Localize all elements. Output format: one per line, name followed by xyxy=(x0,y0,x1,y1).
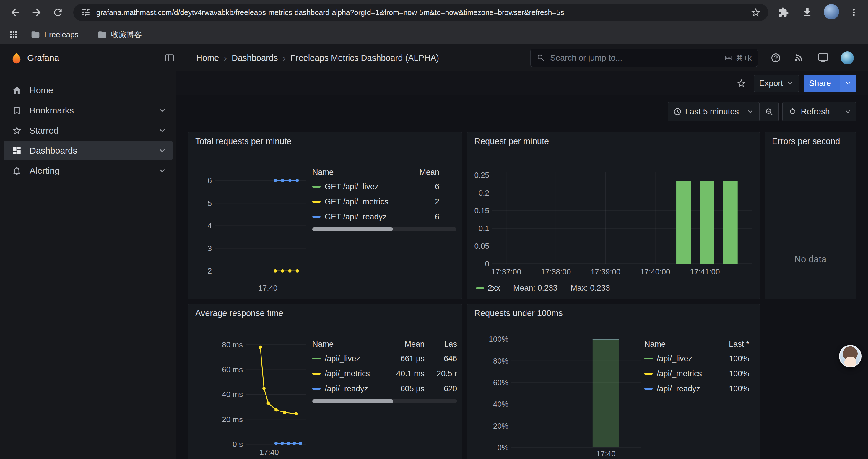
share-menu-chevron-icon[interactable] xyxy=(840,75,856,92)
bookmark-freeleaps[interactable]: Freeleaps xyxy=(27,28,82,41)
svg-text:17:40: 17:40 xyxy=(596,449,615,458)
legend-column-header[interactable]: Last * xyxy=(711,340,749,349)
chevron-down-icon[interactable] xyxy=(158,146,166,155)
legend-column-header[interactable]: Name xyxy=(312,168,413,177)
share-label[interactable]: Share xyxy=(804,75,836,92)
series-value: 620 xyxy=(425,384,457,393)
svg-text:17:39:00: 17:39:00 xyxy=(591,267,620,276)
series-value: 605 µs xyxy=(380,384,425,393)
user-avatar[interactable] xyxy=(841,52,854,64)
browser-back-icon[interactable] xyxy=(8,5,23,20)
legend-row: /api/_readyz100% xyxy=(644,381,749,396)
panel-requests-under-100ms: Requests under 100ms 0%20%40%60%80%100%1… xyxy=(467,304,760,459)
browser-forward-icon[interactable] xyxy=(30,5,44,20)
extensions-icon[interactable] xyxy=(776,5,790,20)
time-range-label: Last 5 minutes xyxy=(685,107,739,117)
share-button[interactable]: Share xyxy=(804,75,856,92)
zoom-out-button[interactable] xyxy=(759,102,779,121)
dashboard-canvas: Last 5 minutes Refresh Total requests pe… xyxy=(176,95,868,459)
table-h-scrollbar[interactable] xyxy=(312,227,457,231)
dashboard-actions-bar: Export Share xyxy=(176,71,868,95)
grafana-brand: Grafana xyxy=(27,44,59,71)
grafana-logo[interactable] xyxy=(11,52,23,64)
request-per-minute-chart[interactable]: 00.050.10.150.20.2517:37:0017:38:0017:39… xyxy=(467,132,760,299)
legend-row: /api/_metrics100% xyxy=(644,366,749,381)
series-name[interactable]: GET /api/_livez xyxy=(312,182,413,191)
svg-text:0 s: 0 s xyxy=(232,440,243,449)
legend-column-header[interactable]: Name xyxy=(644,340,711,349)
svg-text:40 ms: 40 ms xyxy=(222,390,243,399)
table-h-scrollbar[interactable] xyxy=(312,399,457,403)
search-box[interactable]: ⌘+k xyxy=(530,49,758,67)
scrollbar-thumb[interactable] xyxy=(312,399,393,403)
bookmark-blog[interactable]: 收藏博客 xyxy=(94,28,145,41)
export-button[interactable]: Export xyxy=(754,75,799,92)
refresh-button[interactable]: Refresh xyxy=(782,102,856,121)
refresh-interval-chevron-icon[interactable] xyxy=(840,102,856,121)
legend-row: /api/_livez100% xyxy=(644,351,749,366)
sidebar-item-starred[interactable]: Starred xyxy=(4,121,173,140)
legend-column-header[interactable]: Mean xyxy=(413,168,439,177)
legend-max: Max: 0.233 xyxy=(570,284,610,293)
legend-mean: Mean: 0.233 xyxy=(513,284,557,293)
series-name[interactable]: /api/_metrics xyxy=(312,369,380,379)
series-value: 20.5 r xyxy=(425,369,457,379)
series-value: 100% xyxy=(711,354,749,363)
sidebar-item-dashboards[interactable]: Dashboards xyxy=(4,141,173,160)
news-rss-icon[interactable] xyxy=(794,53,805,63)
site-settings-icon[interactable] xyxy=(80,6,92,18)
sidebar-item-label: Bookmarks xyxy=(30,105,74,116)
series-value: 40.1 ms xyxy=(380,369,425,379)
breadcrumb: Home › Dashboards › Freeleaps Metrics Da… xyxy=(196,44,439,71)
series-name[interactable]: /api/_livez xyxy=(312,354,380,363)
bookmark-star-icon[interactable] xyxy=(750,6,762,18)
series-color-icon xyxy=(312,201,320,203)
svg-text:0.1: 0.1 xyxy=(478,224,489,233)
apps-grid-icon[interactable] xyxy=(6,28,21,42)
series-name[interactable]: /api/_readyz xyxy=(312,384,380,393)
panel-title[interactable]: Errors per second xyxy=(772,136,840,146)
chat-avatar-widget[interactable] xyxy=(839,345,862,367)
sidebar-item-label: Alerting xyxy=(30,166,60,176)
browser-menu-icon[interactable] xyxy=(847,5,861,20)
sidebar-item-bookmarks[interactable]: Bookmarks xyxy=(4,101,173,120)
series-value: 100% xyxy=(711,369,749,379)
legend-column-header[interactable]: Mean xyxy=(380,340,425,349)
svg-text:20 ms: 20 ms xyxy=(222,415,243,424)
chevron-down-icon[interactable] xyxy=(158,167,166,175)
series-name[interactable]: GET /api/_readyz xyxy=(312,212,413,222)
favorite-star-icon[interactable] xyxy=(736,78,746,88)
url-bar[interactable]: grafana.mathmast.com/d/deytv4rwavabkb/fr… xyxy=(73,4,768,21)
breadcrumb-home[interactable]: Home xyxy=(196,53,219,63)
chevron-down-icon[interactable] xyxy=(158,106,166,114)
legend-row: GET /api/_livez6 xyxy=(312,179,439,194)
refresh-action[interactable]: Refresh xyxy=(783,102,836,121)
monitor-icon[interactable] xyxy=(818,53,829,63)
series-name[interactable]: /api/_livez xyxy=(644,354,711,363)
series-name[interactable]: /api/_metrics xyxy=(644,369,711,379)
svg-text:17:37:00: 17:37:00 xyxy=(491,267,521,276)
series-name[interactable]: GET /api/_metrics xyxy=(312,197,413,206)
help-icon[interactable] xyxy=(771,53,781,63)
breadcrumb-dashboards[interactable]: Dashboards xyxy=(231,53,278,63)
svg-text:0.25: 0.25 xyxy=(474,171,489,179)
sidebar-toggle-icon[interactable] xyxy=(164,53,175,63)
series-value: 661 µs xyxy=(380,354,425,363)
chevron-down-icon[interactable] xyxy=(158,126,166,135)
sidebar-item-alerting[interactable]: Alerting xyxy=(4,161,173,180)
svg-text:80 ms: 80 ms xyxy=(222,340,243,349)
time-range-picker[interactable]: Last 5 minutes xyxy=(668,102,759,121)
downloads-icon[interactable] xyxy=(800,5,814,20)
series-name[interactable]: /api/_readyz xyxy=(644,384,711,393)
sidebar-item-home[interactable]: Home xyxy=(4,81,173,100)
browser-profile-avatar[interactable] xyxy=(824,4,839,20)
legend-column-header[interactable]: Las xyxy=(425,340,457,349)
search-input[interactable] xyxy=(550,53,720,63)
browser-reload-icon[interactable] xyxy=(51,5,65,20)
scrollbar-thumb[interactable] xyxy=(312,227,393,231)
svg-text:100%: 100% xyxy=(489,335,509,343)
legend-column-header[interactable]: Name xyxy=(312,340,380,349)
legend-row: /api/_metrics40.1 ms20.5 r xyxy=(312,366,457,381)
svg-text:2: 2 xyxy=(208,266,212,275)
legend-series-2xx[interactable]: 2xx xyxy=(476,284,500,293)
